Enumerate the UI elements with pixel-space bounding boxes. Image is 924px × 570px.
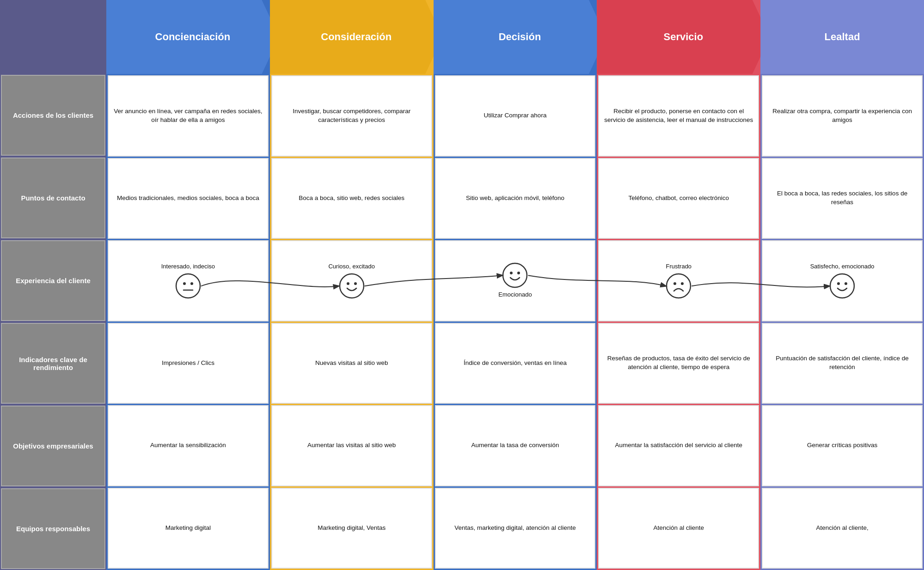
stage-header-concienciacion: Concienciación bbox=[106, 0, 279, 74]
svg-point-0 bbox=[176, 274, 200, 298]
emotion-decision: Emocionado bbox=[435, 240, 596, 321]
smiley-happy-lealtad bbox=[829, 273, 855, 299]
smiley-happy-consideracion bbox=[339, 273, 365, 299]
svg-point-8 bbox=[510, 272, 513, 274]
svg-point-4 bbox=[340, 274, 364, 298]
smiley-sad-servicio bbox=[666, 273, 691, 299]
label-column: Acciones de los clientes Puntos de conta… bbox=[0, 0, 106, 570]
puntos-decision: Sitio web, aplicación móvil, teléfono bbox=[435, 158, 596, 239]
stage-decision: Decisión Utilizar Comprar ahora Sitio we… bbox=[434, 0, 597, 570]
objetivos-decision: Aumentar la tasa de conversión bbox=[435, 405, 596, 486]
stage-body-decision: Utilizar Comprar ahora Sitio web, aplica… bbox=[434, 74, 597, 570]
emotion-concienciacion: Interesado, indeciso bbox=[108, 240, 269, 321]
label-acciones: Acciones de los clientes bbox=[1, 75, 105, 156]
svg-point-5 bbox=[347, 282, 349, 285]
label-experiencia: Experiencia del cliente bbox=[1, 240, 105, 321]
svg-point-6 bbox=[354, 282, 357, 285]
acciones-lealtad: Realizar otra compra, compartir la exper… bbox=[762, 75, 923, 157]
equipos-servicio: Atención al cliente bbox=[598, 488, 759, 569]
label-equipos: Equipos responsables bbox=[1, 488, 105, 569]
indicadores-decision: Índice de conversión, ventas en línea bbox=[435, 323, 596, 404]
puntos-lealtad: El boca a boca, las redes sociales, los … bbox=[762, 158, 923, 239]
svg-point-12 bbox=[681, 282, 684, 285]
acciones-consideracion: Investigar, buscar competidores, compara… bbox=[271, 75, 432, 157]
stage-header-decision: Decisión bbox=[434, 0, 606, 74]
stage-body-lealtad: Realizar otra compra, compartir la exper… bbox=[760, 74, 924, 570]
indicadores-lealtad: Puntuación de satisfacción del cliente, … bbox=[762, 323, 923, 404]
stage-servicio: Servicio Recibir el producto, ponerse en… bbox=[597, 0, 760, 570]
svg-point-9 bbox=[517, 272, 520, 274]
svg-point-1 bbox=[183, 282, 186, 285]
equipos-lealtad: Atención al cliente, bbox=[762, 488, 923, 569]
stage-header-lealtad: Lealtad bbox=[760, 0, 924, 74]
puntos-concienciacion: Medios tradicionales, medios sociales, b… bbox=[108, 158, 269, 239]
stage-body-consideracion: Investigar, buscar competidores, compara… bbox=[270, 74, 434, 570]
puntos-consideracion: Boca a boca, sitio web, redes sociales bbox=[271, 158, 432, 239]
emotion-lealtad: Satisfecho, emocionado bbox=[762, 240, 923, 321]
svg-point-15 bbox=[844, 282, 847, 285]
label-puntos: Puntos de contacto bbox=[1, 158, 105, 238]
stage-lealtad: Lealtad Realizar otra compra, compartir … bbox=[760, 0, 924, 570]
objetivos-servicio: Aumentar la satisfacción del servicio al… bbox=[598, 405, 759, 486]
header-spacer bbox=[0, 0, 106, 74]
svg-point-7 bbox=[503, 263, 527, 287]
stage-body-concienciacion: Ver anuncio en línea, ver campaña en red… bbox=[106, 74, 270, 570]
stage-consideracion: Consideración Investigar, buscar competi… bbox=[270, 0, 434, 570]
main-container: Acciones de los clientes Puntos de conta… bbox=[0, 0, 924, 570]
acciones-decision: Utilizar Comprar ahora bbox=[435, 75, 596, 157]
puntos-servicio: Teléfono, chatbot, correo electrónico bbox=[598, 158, 759, 239]
indicadores-servicio: Reseñas de productos, tasa de éxito del … bbox=[598, 323, 759, 404]
emotion-consideracion: Curioso, excitado bbox=[271, 240, 432, 321]
stage-body-servicio: Recibir el producto, ponerse en contacto… bbox=[597, 74, 760, 570]
stage-header-servicio: Servicio bbox=[597, 0, 770, 74]
svg-point-14 bbox=[837, 282, 840, 285]
objetivos-lealtad: Generar críticas positivas bbox=[762, 405, 923, 486]
svg-point-11 bbox=[673, 282, 676, 285]
acciones-concienciacion: Ver anuncio en línea, ver campaña en red… bbox=[108, 75, 269, 157]
stage-concienciacion: Concienciación Ver anuncio en línea, ver… bbox=[106, 0, 270, 570]
objetivos-consideracion: Aumentar las visitas al sitio web bbox=[271, 405, 432, 486]
svg-point-13 bbox=[830, 274, 854, 298]
stage-header-consideracion: Consideración bbox=[270, 0, 443, 74]
objetivos-concienciacion: Aumentar la sensibilización bbox=[108, 405, 269, 486]
svg-point-10 bbox=[667, 274, 691, 298]
smiley-happy-decision bbox=[502, 262, 528, 288]
equipos-concienciacion: Marketing digital bbox=[108, 488, 269, 569]
acciones-servicio: Recibir el producto, ponerse en contacto… bbox=[598, 75, 759, 157]
svg-point-2 bbox=[190, 282, 193, 285]
indicadores-consideracion: Nuevas visitas al sitio web bbox=[271, 323, 432, 404]
smiley-neutral-concienciacion bbox=[175, 273, 201, 299]
equipos-consideracion: Marketing digital, Ventas bbox=[271, 488, 432, 569]
label-indicadores: Indicadores clave de rendimiento bbox=[1, 323, 105, 404]
emotion-servicio: Frustrado bbox=[598, 240, 759, 321]
indicadores-concienciacion: Impresiones / Clics bbox=[108, 323, 269, 404]
label-objetivos: Objetivos empresariales bbox=[1, 406, 105, 486]
equipos-decision: Ventas, marketing digital, atención al c… bbox=[435, 488, 596, 569]
